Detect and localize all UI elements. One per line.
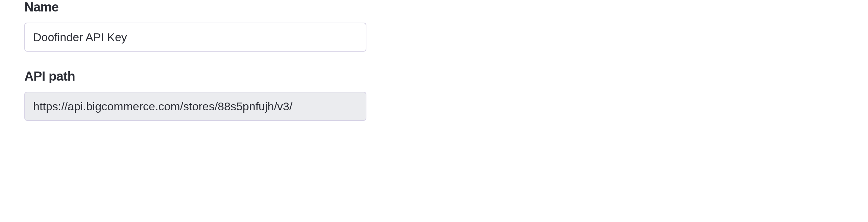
name-field-group: Name — [24, 0, 868, 52]
api-account-form: Name API path https://api.bigcommerce.co… — [0, 0, 868, 121]
api-path-display: https://api.bigcommerce.com/stores/88s5p… — [24, 92, 366, 121]
name-label: Name — [24, 0, 868, 15]
name-input[interactable] — [24, 23, 366, 52]
api-path-field-group: API path https://api.bigcommerce.com/sto… — [24, 69, 868, 121]
api-path-label: API path — [24, 69, 868, 84]
